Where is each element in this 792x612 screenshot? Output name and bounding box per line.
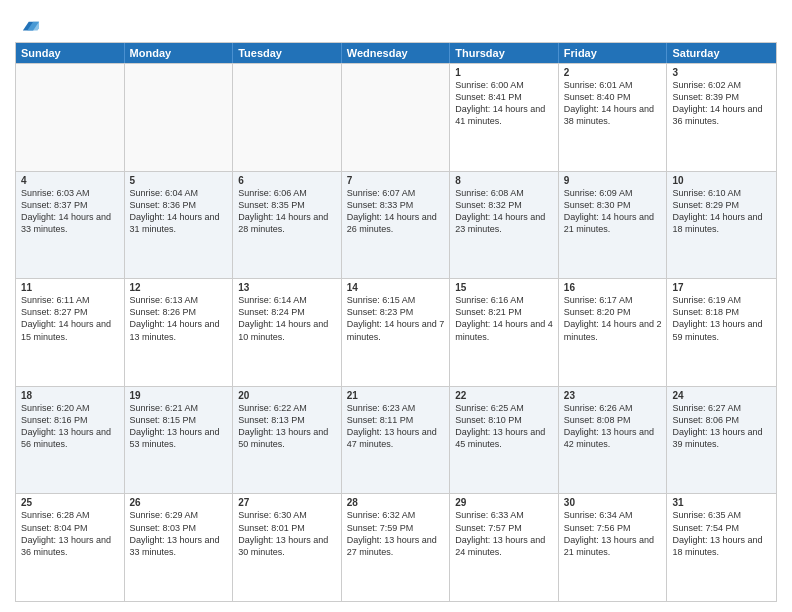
sunrise-line: Sunrise: 6:23 AM [347,402,445,414]
sunrise-line: Sunrise: 6:01 AM [564,79,662,91]
cal-cell-1-0: 4Sunrise: 6:03 AMSunset: 8:37 PMDaylight… [16,172,125,279]
sunset-line: Sunset: 8:16 PM [21,414,119,426]
day-number: 16 [564,282,662,293]
daylight-line: Daylight: 13 hours and 59 minutes. [672,318,771,342]
day-number: 19 [130,390,228,401]
day-number: 17 [672,282,771,293]
cal-cell-4-1: 26Sunrise: 6:29 AMSunset: 8:03 PMDayligh… [125,494,234,601]
logo [15,14,39,36]
sunrise-line: Sunrise: 6:14 AM [238,294,336,306]
sunset-line: Sunset: 8:23 PM [347,306,445,318]
col-header-wednesday: Wednesday [342,43,451,63]
sunset-line: Sunset: 8:01 PM [238,522,336,534]
sunrise-line: Sunrise: 6:34 AM [564,509,662,521]
cal-cell-3-6: 24Sunrise: 6:27 AMSunset: 8:06 PMDayligh… [667,387,776,494]
sunset-line: Sunset: 8:04 PM [21,522,119,534]
col-header-thursday: Thursday [450,43,559,63]
day-number: 4 [21,175,119,186]
day-number: 18 [21,390,119,401]
page: SundayMondayTuesdayWednesdayThursdayFrid… [0,0,792,612]
sunrise-line: Sunrise: 6:28 AM [21,509,119,521]
header [15,10,777,36]
daylight-line: Daylight: 14 hours and 15 minutes. [21,318,119,342]
daylight-line: Daylight: 13 hours and 27 minutes. [347,534,445,558]
daylight-line: Daylight: 14 hours and 28 minutes. [238,211,336,235]
sunrise-line: Sunrise: 6:16 AM [455,294,553,306]
sunset-line: Sunset: 8:21 PM [455,306,553,318]
sunrise-line: Sunrise: 6:00 AM [455,79,553,91]
daylight-line: Daylight: 14 hours and 26 minutes. [347,211,445,235]
cal-cell-0-5: 2Sunrise: 6:01 AMSunset: 8:40 PMDaylight… [559,64,668,171]
sunset-line: Sunset: 8:06 PM [672,414,771,426]
day-number: 10 [672,175,771,186]
cal-cell-0-1 [125,64,234,171]
sunset-line: Sunset: 8:36 PM [130,199,228,211]
day-number: 22 [455,390,553,401]
daylight-line: Daylight: 13 hours and 30 minutes. [238,534,336,558]
sunrise-line: Sunrise: 6:10 AM [672,187,771,199]
sunset-line: Sunset: 8:24 PM [238,306,336,318]
cal-cell-3-5: 23Sunrise: 6:26 AMSunset: 8:08 PMDayligh… [559,387,668,494]
daylight-line: Daylight: 14 hours and 23 minutes. [455,211,553,235]
cal-cell-2-1: 12Sunrise: 6:13 AMSunset: 8:26 PMDayligh… [125,279,234,386]
sunset-line: Sunset: 8:40 PM [564,91,662,103]
cal-row-3: 18Sunrise: 6:20 AMSunset: 8:16 PMDayligh… [16,386,776,494]
sunset-line: Sunset: 7:56 PM [564,522,662,534]
logo-icon [17,14,39,36]
cal-cell-4-6: 31Sunrise: 6:35 AMSunset: 7:54 PMDayligh… [667,494,776,601]
sunset-line: Sunset: 8:32 PM [455,199,553,211]
cal-cell-4-3: 28Sunrise: 6:32 AMSunset: 7:59 PMDayligh… [342,494,451,601]
day-number: 30 [564,497,662,508]
sunrise-line: Sunrise: 6:26 AM [564,402,662,414]
sunrise-line: Sunrise: 6:04 AM [130,187,228,199]
day-number: 29 [455,497,553,508]
daylight-line: Daylight: 13 hours and 36 minutes. [21,534,119,558]
sunrise-line: Sunrise: 6:32 AM [347,509,445,521]
sunrise-line: Sunrise: 6:22 AM [238,402,336,414]
day-number: 26 [130,497,228,508]
day-number: 5 [130,175,228,186]
day-number: 15 [455,282,553,293]
cal-cell-0-2 [233,64,342,171]
daylight-line: Daylight: 13 hours and 53 minutes. [130,426,228,450]
sunset-line: Sunset: 8:18 PM [672,306,771,318]
sunrise-line: Sunrise: 6:25 AM [455,402,553,414]
cal-cell-2-0: 11Sunrise: 6:11 AMSunset: 8:27 PMDayligh… [16,279,125,386]
cal-cell-1-4: 8Sunrise: 6:08 AMSunset: 8:32 PMDaylight… [450,172,559,279]
daylight-line: Daylight: 13 hours and 45 minutes. [455,426,553,450]
day-number: 31 [672,497,771,508]
cal-row-1: 4Sunrise: 6:03 AMSunset: 8:37 PMDaylight… [16,171,776,279]
cal-cell-0-0 [16,64,125,171]
sunrise-line: Sunrise: 6:33 AM [455,509,553,521]
day-number: 13 [238,282,336,293]
sunset-line: Sunset: 7:59 PM [347,522,445,534]
sunset-line: Sunset: 8:30 PM [564,199,662,211]
sunset-line: Sunset: 8:03 PM [130,522,228,534]
cal-cell-2-6: 17Sunrise: 6:19 AMSunset: 8:18 PMDayligh… [667,279,776,386]
daylight-line: Daylight: 14 hours and 31 minutes. [130,211,228,235]
cal-cell-3-0: 18Sunrise: 6:20 AMSunset: 8:16 PMDayligh… [16,387,125,494]
day-number: 3 [672,67,771,78]
sunrise-line: Sunrise: 6:20 AM [21,402,119,414]
cal-cell-4-2: 27Sunrise: 6:30 AMSunset: 8:01 PMDayligh… [233,494,342,601]
cal-cell-4-5: 30Sunrise: 6:34 AMSunset: 7:56 PMDayligh… [559,494,668,601]
sunrise-line: Sunrise: 6:27 AM [672,402,771,414]
sunrise-line: Sunrise: 6:30 AM [238,509,336,521]
cal-cell-1-2: 6Sunrise: 6:06 AMSunset: 8:35 PMDaylight… [233,172,342,279]
cal-cell-3-1: 19Sunrise: 6:21 AMSunset: 8:15 PMDayligh… [125,387,234,494]
sunset-line: Sunset: 8:10 PM [455,414,553,426]
cal-row-4: 25Sunrise: 6:28 AMSunset: 8:04 PMDayligh… [16,493,776,601]
daylight-line: Daylight: 13 hours and 33 minutes. [130,534,228,558]
sunset-line: Sunset: 8:13 PM [238,414,336,426]
day-number: 7 [347,175,445,186]
col-header-monday: Monday [125,43,234,63]
daylight-line: Daylight: 13 hours and 47 minutes. [347,426,445,450]
sunset-line: Sunset: 8:20 PM [564,306,662,318]
sunset-line: Sunset: 8:11 PM [347,414,445,426]
daylight-line: Daylight: 14 hours and 7 minutes. [347,318,445,342]
sunrise-line: Sunrise: 6:35 AM [672,509,771,521]
sunset-line: Sunset: 8:15 PM [130,414,228,426]
cal-cell-4-4: 29Sunrise: 6:33 AMSunset: 7:57 PMDayligh… [450,494,559,601]
cal-cell-3-4: 22Sunrise: 6:25 AMSunset: 8:10 PMDayligh… [450,387,559,494]
cal-cell-3-3: 21Sunrise: 6:23 AMSunset: 8:11 PMDayligh… [342,387,451,494]
